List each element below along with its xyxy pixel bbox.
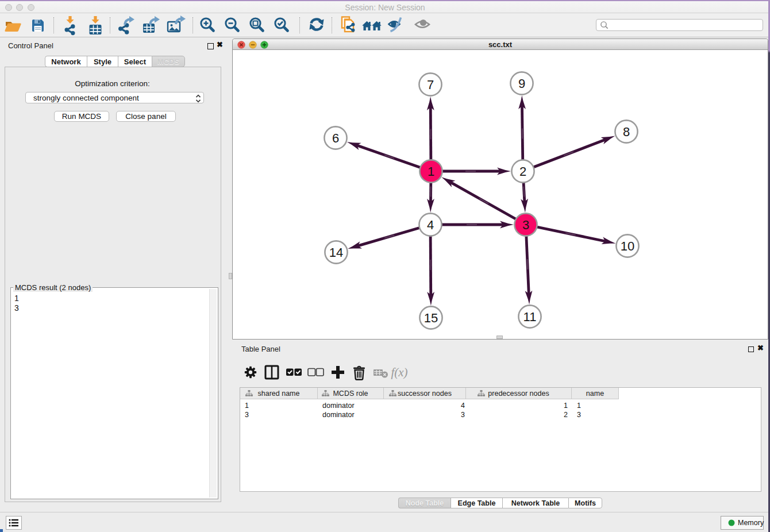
svg-text:9: 9 <box>518 76 525 91</box>
svg-text:2: 2 <box>519 164 526 179</box>
svg-text:8: 8 <box>623 125 630 139</box>
svg-text:f(x): f(x) <box>391 365 407 379</box>
svg-text:11: 11 <box>523 310 537 324</box>
svg-text:6: 6 <box>332 131 339 145</box>
svg-text:3: 3 <box>522 218 529 232</box>
svg-text:14: 14 <box>329 245 343 260</box>
svg-text:7: 7 <box>427 78 434 92</box>
svg-text:10: 10 <box>621 239 634 253</box>
svg-text:1: 1 <box>428 164 434 179</box>
svg-text:4: 4 <box>427 218 434 232</box>
svg-text:15: 15 <box>424 311 438 325</box>
